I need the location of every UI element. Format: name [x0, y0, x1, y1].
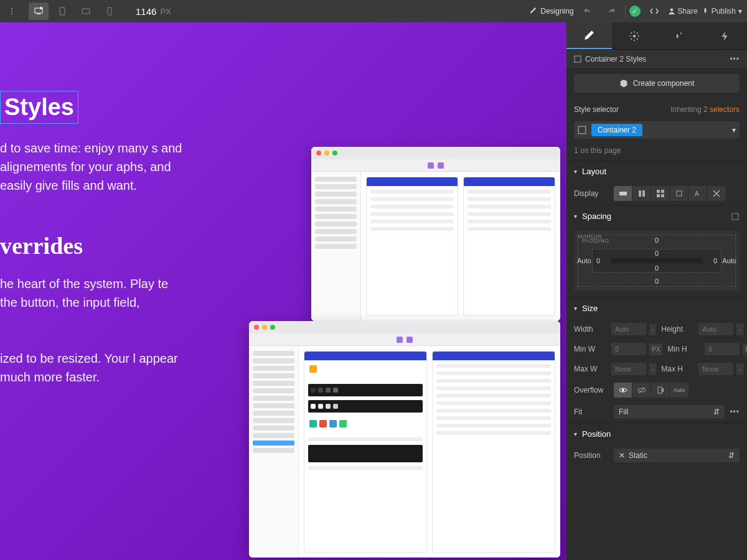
- svg-rect-20: [677, 191, 682, 196]
- display-block-button[interactable]: [614, 186, 632, 201]
- section-spacing[interactable]: ▾Spacing: [566, 205, 747, 227]
- svg-rect-19: [661, 194, 664, 197]
- share-button[interactable]: Share: [668, 7, 698, 16]
- svg-rect-8: [108, 7, 111, 15]
- tab-interactions[interactable]: [702, 22, 748, 49]
- style-selector-header: Style selector Inheriting 2 selectors: [566, 98, 747, 119]
- overflow-auto-button[interactable]: Auto: [670, 383, 688, 398]
- selector-dropdown[interactable]: Container 2 ▾: [574, 121, 740, 139]
- svg-rect-28: [662, 388, 664, 392]
- display-inline-block-button[interactable]: [670, 186, 688, 201]
- svg-rect-22: [732, 213, 738, 220]
- chevron-down-icon: ▾: [738, 7, 742, 16]
- mode-toggle[interactable]: Designing: [528, 7, 573, 16]
- display-label: Display: [574, 189, 609, 198]
- redo-button[interactable]: [601, 2, 621, 20]
- svg-point-1: [11, 11, 12, 12]
- canvas-width-value[interactable]: 1146: [136, 6, 156, 17]
- svg-rect-17: [661, 190, 664, 193]
- section-title-overrides: verrides: [0, 232, 187, 259]
- svg-point-24: [622, 389, 624, 391]
- tab-settings[interactable]: [612, 22, 657, 49]
- close-icon: ✕: [619, 451, 625, 460]
- section-body: ized to be resized. Your l appear much m…: [0, 349, 187, 386]
- breakpoint-mobile-button[interactable]: [100, 2, 120, 20]
- svg-point-0: [11, 8, 12, 9]
- mock-app-window: [311, 147, 560, 321]
- section-body: he heart of the system. Play te the butt…: [0, 274, 187, 312]
- section-title-styles: Styles: [0, 91, 187, 124]
- display-grid-button[interactable]: [651, 186, 670, 201]
- breakpoint-tablet-button[interactable]: [52, 2, 72, 20]
- create-component-button[interactable]: Create component: [574, 74, 740, 93]
- cube-icon: [619, 79, 628, 88]
- selected-element-outline[interactable]: Styles: [0, 91, 78, 124]
- svg-rect-4: [37, 14, 40, 14]
- divider: [625, 5, 626, 17]
- publish-button[interactable]: Publish ▾: [702, 7, 742, 16]
- undo-button[interactable]: [578, 2, 598, 20]
- selector-chip[interactable]: Container 2: [591, 124, 642, 136]
- maxh-input[interactable]: [698, 363, 733, 375]
- position-select[interactable]: ✕Static ⇵: [614, 449, 740, 462]
- overflow-scroll-button[interactable]: [651, 383, 670, 398]
- section-body: d to save time: enjoy many s and alignem…: [0, 139, 187, 195]
- inheriting-label[interactable]: Inheriting 2 selectors: [670, 105, 740, 114]
- code-button[interactable]: [644, 2, 664, 20]
- on-page-count: 1 on this page: [574, 146, 621, 155]
- element-header: Container 2 Styles •••: [566, 50, 747, 69]
- maxw-input[interactable]: [611, 363, 646, 375]
- expand-icon[interactable]: [731, 212, 740, 221]
- display-flex-button[interactable]: [632, 186, 651, 201]
- svg-text:A: A: [695, 190, 699, 197]
- svg-rect-18: [657, 194, 660, 197]
- style-panel: Container 2 Styles ••• Create component …: [566, 22, 747, 560]
- design-canvas[interactable]: Styles d to save time: enjoy many s and …: [0, 22, 566, 560]
- container-icon: [574, 55, 581, 63]
- more-icon[interactable]: •••: [730, 55, 740, 63]
- section-position[interactable]: ▾Position: [566, 422, 747, 445]
- section-size[interactable]: ▾Size: [566, 297, 747, 319]
- svg-rect-7: [82, 9, 90, 14]
- display-inline-button[interactable]: A: [688, 186, 707, 201]
- panel-tabs: [566, 22, 747, 50]
- height-input[interactable]: [698, 323, 733, 335]
- style-selector-label: Style selector: [574, 105, 619, 114]
- canvas-width-unit: PX: [160, 7, 171, 16]
- breakpoint-desktop-button[interactable]: [29, 2, 49, 20]
- width-input[interactable]: [611, 323, 646, 335]
- overflow-button-group: Auto: [614, 383, 688, 398]
- fit-select[interactable]: Fill⇵: [614, 405, 725, 419]
- chevron-down-icon: ▾: [732, 126, 736, 134]
- svg-rect-11: [575, 56, 581, 62]
- brush-icon: [528, 7, 537, 16]
- selector-icon: [578, 126, 586, 134]
- overflow-hidden-button[interactable]: [632, 383, 651, 398]
- menu-button[interactable]: [5, 2, 25, 20]
- svg-rect-15: [642, 190, 645, 197]
- mode-label: Designing: [540, 7, 573, 16]
- svg-rect-14: [639, 190, 641, 197]
- section-layout[interactable]: ▾Layout: [566, 160, 747, 182]
- minh-input[interactable]: [705, 343, 740, 355]
- svg-rect-6: [60, 7, 65, 15]
- top-toolbar: 1146 PX Designing ✓ Share Publish ▾: [0, 0, 747, 22]
- box-model-editor[interactable]: MARGIN 0 Auto Auto 0 PADDING 0 0 0 0: [574, 231, 740, 291]
- minw-input[interactable]: [611, 343, 646, 355]
- display-none-button[interactable]: [707, 186, 726, 201]
- person-icon: [668, 7, 675, 15]
- svg-rect-27: [658, 387, 662, 393]
- svg-point-10: [633, 34, 636, 37]
- svg-rect-16: [657, 190, 660, 193]
- status-check-icon[interactable]: ✓: [629, 6, 641, 17]
- breakpoint-tablet-landscape-button[interactable]: [76, 2, 96, 20]
- rocket-icon: [702, 7, 709, 15]
- more-icon[interactable]: •••: [730, 408, 740, 416]
- overflow-visible-button[interactable]: [614, 383, 632, 398]
- tab-effects[interactable]: [657, 22, 702, 49]
- element-name: Container 2 Styles: [585, 55, 646, 63]
- svg-point-9: [670, 9, 673, 12]
- svg-point-2: [11, 13, 12, 14]
- svg-rect-12: [578, 126, 586, 134]
- tab-style[interactable]: [566, 22, 612, 49]
